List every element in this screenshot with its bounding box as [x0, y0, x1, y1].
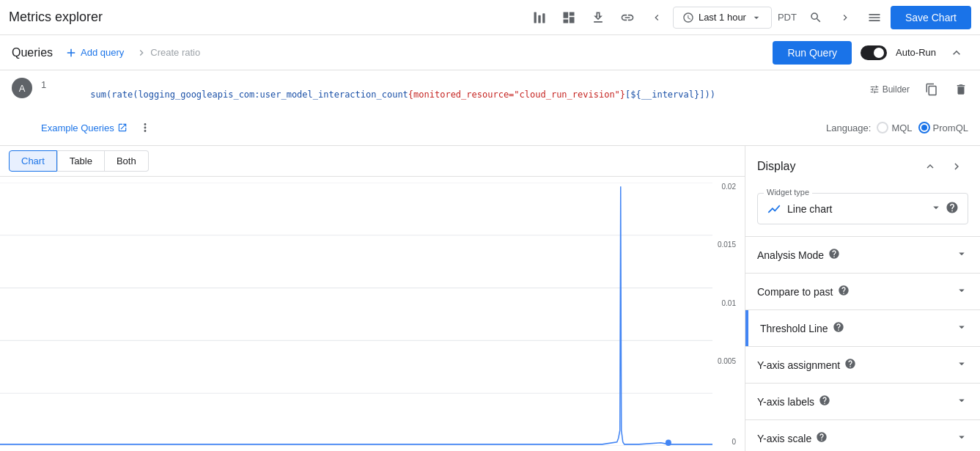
y-axis-scale-label: Y-axis scale	[757, 433, 811, 444]
language-selector: Language: MQL PromQL	[826, 122, 968, 133]
threshold-line-help-icon[interactable]	[833, 321, 844, 335]
section-threshold-line[interactable]: Threshold Line	[745, 309, 980, 346]
analysis-mode-help-icon[interactable]	[828, 248, 840, 262]
section-left: Y-axis labels	[757, 395, 830, 408]
tab-chart[interactable]: Chart	[9, 150, 57, 172]
search-icon-btn[interactable]	[803, 4, 829, 31]
widget-type-dropdown-btn[interactable]	[929, 201, 943, 216]
settings-icon-btn[interactable]	[861, 4, 888, 31]
dashboard-icon-btn[interactable]	[556, 4, 582, 31]
section-y-axis-scale[interactable]: Y-axis scale	[745, 419, 980, 451]
y-label-top: 0.02	[722, 183, 736, 191]
builder-btn[interactable]: Builder	[863, 76, 915, 103]
display-collapse-up-btn[interactable]	[918, 155, 942, 178]
tab-both[interactable]: Both	[105, 150, 149, 172]
create-ratio-label: Create ratio	[150, 47, 200, 58]
tab-table[interactable]: Table	[57, 150, 105, 172]
save-chart-btn[interactable]: Save Chart	[891, 6, 971, 29]
display-expand-right-btn[interactable]	[945, 155, 968, 178]
main-area: Chart Table Both 0.02 0.015 0.01 0.005 0	[0, 146, 980, 451]
svg-point-9	[666, 440, 671, 446]
mql-label: MQL	[891, 122, 912, 133]
download-icon-btn[interactable]	[585, 4, 611, 31]
app-title: Metrics explorer	[9, 10, 520, 25]
chart-panel: Chart Table Both 0.02 0.015 0.01 0.005 0	[0, 146, 745, 451]
y-axis-assignment-label: Y-axis assignment	[757, 359, 840, 371]
display-panel: Display Widget type Line chart	[745, 146, 980, 451]
y-label-3: 0.005	[718, 357, 736, 365]
query-right-actions: Builder	[858, 76, 980, 103]
svg-rect-0	[534, 12, 536, 23]
widget-type-actions	[929, 201, 959, 216]
compare-past-help-icon[interactable]	[838, 285, 850, 298]
compare-past-chevron	[955, 284, 968, 299]
delete-query-btn[interactable]	[948, 76, 974, 103]
svg-rect-2	[542, 13, 545, 23]
create-ratio-btn[interactable]: Create ratio	[136, 47, 200, 59]
display-sections: Analysis Mode Compare to past	[745, 236, 980, 451]
threshold-line-label: Threshold Line	[760, 323, 828, 334]
widget-type-section: Widget type Line chart	[745, 187, 980, 236]
time-range-btn[interactable]: Last 1 hour	[673, 7, 772, 29]
y-axis-assignment-help-icon[interactable]	[844, 358, 856, 372]
app-header: Metrics explorer	[0, 0, 980, 35]
example-queries-link[interactable]: Example Queries	[41, 122, 128, 133]
copy-query-btn[interactable]	[918, 76, 945, 103]
query-actions-bar: Example Queries Language: MQL PromQL	[0, 113, 980, 145]
query-number: 1	[41, 79, 53, 90]
section-y-axis-assignment[interactable]: Y-axis assignment	[745, 346, 980, 383]
chart-tabs-bar: Chart Table Both	[0, 146, 745, 177]
section-analysis-mode[interactable]: Analysis Mode	[745, 236, 980, 273]
mql-option[interactable]: MQL	[877, 122, 912, 133]
y-label-bottom: 0	[732, 438, 736, 446]
auto-run-toggle[interactable]	[861, 45, 887, 60]
link-icon-btn[interactable]	[614, 4, 641, 31]
auto-run-label: Auto-Run	[896, 47, 936, 58]
y-label-1: 0.015	[718, 241, 736, 249]
widget-type-value: Line chart	[787, 203, 924, 215]
display-title: Display	[757, 160, 795, 173]
y-axis-labels-chevron	[955, 394, 968, 409]
query-row: A 1 sum(rate(logging_googleapis_com:user…	[0, 76, 980, 113]
promql-option[interactable]: PromQL	[918, 122, 968, 133]
nav-left-icon-btn[interactable]	[644, 4, 670, 31]
svg-rect-1	[538, 15, 540, 23]
compare-past-label: Compare to past	[757, 286, 833, 298]
query-editor: A 1 sum(rate(logging_googleapis_com:user…	[0, 70, 980, 146]
query-code-fn: sum(rate(logging_googleapis_com:user_mod…	[90, 89, 408, 100]
query-code-field[interactable]: sum(rate(logging_googleapis_com:user_mod…	[59, 76, 858, 113]
query-code-bracket: [${__interval}]))	[625, 89, 715, 100]
widget-type-dropdown[interactable]: Widget type Line chart	[757, 193, 968, 224]
time-range-label: Last 1 hour	[699, 12, 746, 23]
builder-label: Builder	[883, 84, 910, 95]
y-axis-scale-chevron	[955, 430, 968, 446]
threshold-line-chevron	[955, 320, 968, 336]
section-left: Y-axis scale	[757, 431, 828, 445]
chart-tabs: Chart Table Both	[9, 150, 149, 172]
example-queries-label: Example Queries	[41, 122, 114, 133]
section-left: Analysis Mode	[757, 248, 840, 262]
query-badge: A	[12, 78, 32, 98]
chart-canvas: 0.02 0.015 0.01 0.005 0	[0, 177, 745, 451]
analysis-mode-chevron	[955, 247, 968, 263]
header-icons: Last 1 hour PDT Save Chart	[526, 4, 971, 31]
widget-type-help-btn[interactable]	[946, 201, 959, 216]
y-axis-labels-help-icon[interactable]	[819, 395, 830, 408]
mql-radio[interactable]	[877, 122, 888, 133]
nav-right-icon-btn[interactable]	[832, 4, 858, 31]
section-compare-past[interactable]: Compare to past	[745, 273, 980, 309]
queries-right: Run Query Auto-Run	[773, 41, 968, 65]
section-left: Y-axis assignment	[757, 358, 856, 372]
display-panel-header: Display	[745, 146, 980, 187]
chart-icon-btn[interactable]	[526, 4, 553, 31]
analysis-mode-label: Analysis Mode	[757, 249, 824, 261]
run-query-btn[interactable]: Run Query	[773, 41, 852, 65]
promql-radio[interactable]	[918, 122, 930, 133]
section-y-axis-labels[interactable]: Y-axis labels	[745, 383, 980, 419]
y-axis-scale-help-icon[interactable]	[816, 431, 828, 445]
collapse-queries-btn[interactable]	[945, 41, 968, 65]
timezone-label: PDT	[775, 12, 800, 23]
display-header-actions	[918, 155, 968, 178]
more-options-btn[interactable]	[133, 116, 157, 139]
add-query-btn[interactable]: Add query	[65, 46, 124, 59]
